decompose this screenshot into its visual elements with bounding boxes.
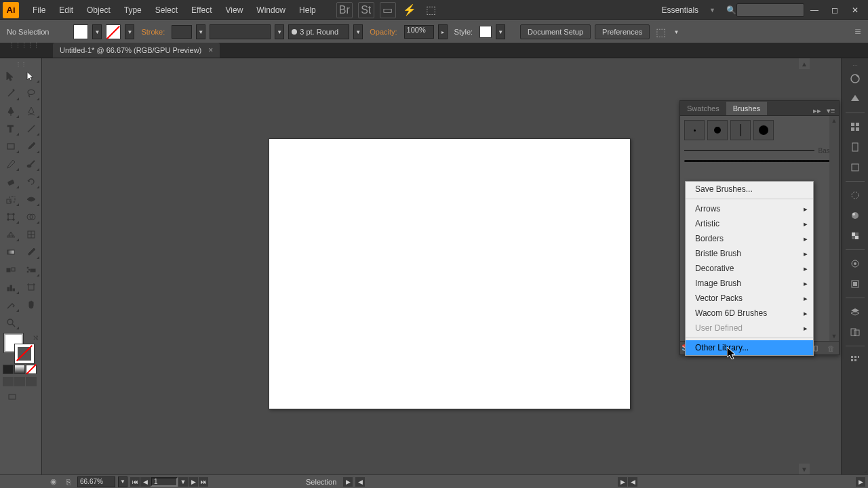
toolbar-stroke-swatch[interactable] bbox=[15, 344, 34, 363]
menu-save-brushes[interactable]: Save Brushes... bbox=[686, 182, 813, 197]
color-mode-gradient[interactable] bbox=[14, 365, 25, 374]
color-mode-none[interactable] bbox=[26, 365, 37, 374]
status-dropdown-icon[interactable]: ▶ bbox=[343, 477, 353, 487]
zoom-dropdown-icon[interactable]: ▼ bbox=[118, 476, 127, 487]
artboard[interactable] bbox=[269, 138, 631, 409]
layers-panel-icon[interactable] bbox=[847, 304, 863, 320]
bridge-icon[interactable]: Br bbox=[336, 2, 353, 18]
stroke-weight-dropdown-icon[interactable]: ▼ bbox=[196, 24, 205, 39]
appearance-panel-icon[interactable] bbox=[847, 256, 863, 272]
draw-behind[interactable] bbox=[14, 377, 25, 386]
menu-image-brush[interactable]: Image Brush bbox=[686, 276, 813, 291]
menu-other-library[interactable]: Other Library... bbox=[686, 340, 813, 355]
menu-effect[interactable]: Effect bbox=[184, 0, 218, 20]
menu-arrows[interactable]: Arrows bbox=[686, 201, 813, 216]
transparency-panel-icon[interactable] bbox=[847, 228, 863, 244]
preferences-button[interactable]: Preferences bbox=[595, 24, 650, 39]
brush-thumb-1[interactable] bbox=[684, 120, 705, 140]
opacity-dropdown-icon[interactable]: ▸ bbox=[438, 24, 448, 39]
gradient-panel-icon[interactable] bbox=[847, 207, 863, 224]
align-panel-icon[interactable] bbox=[847, 352, 863, 368]
lasso-tool[interactable] bbox=[22, 85, 41, 102]
brush-basic-row[interactable]: Basic bbox=[680, 144, 839, 157]
prev-artboard-icon[interactable]: ◀ bbox=[140, 477, 150, 487]
dock-grip[interactable]: ⋯ bbox=[852, 62, 858, 66]
menu-artistic[interactable]: Artistic bbox=[686, 216, 813, 231]
feedback-icon[interactable]: ⬚ bbox=[423, 2, 439, 18]
panel-scroll-down-icon[interactable]: ▼ bbox=[829, 331, 839, 341]
panel-collapse-icon[interactable]: ▸▸ bbox=[812, 106, 823, 115]
brushes-panel-icon[interactable] bbox=[847, 139, 863, 155]
next-artboard-icon[interactable]: ▶ bbox=[189, 477, 198, 487]
menu-edit[interactable]: Edit bbox=[52, 0, 80, 20]
variable-width-profile[interactable] bbox=[210, 24, 271, 39]
menu-view[interactable]: View bbox=[219, 0, 250, 20]
menu-select[interactable]: Select bbox=[149, 0, 184, 20]
rotate-tool[interactable] bbox=[22, 174, 41, 190]
doctab-grip[interactable]: ⋮⋮⋮⋮⋮ bbox=[7, 42, 41, 49]
status-icon-2[interactable]: ⎘ bbox=[62, 476, 75, 487]
column-graph-tool[interactable] bbox=[1, 279, 20, 296]
menu-decorative[interactable]: Decorative bbox=[686, 261, 813, 276]
style-dropdown-icon[interactable]: ▼ bbox=[496, 24, 505, 39]
artboard-dropdown-icon[interactable]: ▼ bbox=[178, 477, 188, 487]
hscroll-right-icon[interactable]: ▶ bbox=[618, 477, 627, 487]
perspective-grid-tool[interactable] bbox=[1, 226, 20, 243]
brush-dropdown-icon[interactable]: ▼ bbox=[353, 24, 363, 39]
shape-builder-tool[interactable] bbox=[22, 209, 41, 225]
brush-thumb-2[interactable] bbox=[707, 120, 728, 140]
zoom-input[interactable] bbox=[77, 476, 115, 487]
color-mode-solid[interactable] bbox=[3, 365, 14, 374]
rectangle-tool[interactable] bbox=[1, 138, 20, 155]
align-dropdown-icon[interactable]: ▼ bbox=[671, 24, 681, 39]
zoom-tool[interactable] bbox=[1, 314, 20, 331]
hscroll-left-icon[interactable]: ◀ bbox=[355, 477, 365, 487]
stock-icon[interactable]: St bbox=[358, 2, 374, 18]
panel-menu-icon[interactable]: ▾≡ bbox=[825, 106, 836, 115]
panel-scroll-up-icon[interactable]: ▲ bbox=[829, 116, 839, 125]
magic-wand-tool[interactable] bbox=[1, 85, 20, 102]
line-tool[interactable] bbox=[22, 121, 41, 137]
arrange-icon[interactable]: ▭ bbox=[380, 2, 396, 18]
fill-stroke-controls[interactable]: ⤭ bbox=[0, 332, 41, 363]
artboard-tool[interactable] bbox=[22, 279, 41, 296]
stroke-dropdown-icon[interactable]: ▼ bbox=[125, 24, 134, 39]
opacity-label[interactable]: Opacity: bbox=[367, 28, 399, 36]
panel-scrollbar[interactable]: ▲ ▼ bbox=[829, 116, 839, 341]
eraser-tool[interactable] bbox=[1, 174, 20, 190]
artboard-number-input[interactable] bbox=[151, 477, 178, 487]
menu-window[interactable]: Window bbox=[250, 0, 292, 20]
graphic-styles-panel-icon[interactable] bbox=[847, 276, 863, 292]
fill-swatch[interactable] bbox=[73, 24, 88, 39]
brush-thumb-3[interactable] bbox=[730, 120, 751, 140]
pen-tool[interactable] bbox=[1, 103, 20, 119]
artboards-panel-icon[interactable] bbox=[847, 324, 863, 340]
blob-brush-tool[interactable] bbox=[22, 156, 41, 172]
menu-object[interactable]: Object bbox=[80, 0, 117, 20]
last-artboard-icon[interactable]: ⏭ bbox=[199, 477, 208, 487]
stroke-panel-icon[interactable] bbox=[847, 187, 863, 203]
status-icon-1[interactable]: ◉ bbox=[47, 476, 60, 487]
draw-normal[interactable] bbox=[3, 377, 14, 386]
curvature-tool[interactable] bbox=[22, 103, 41, 119]
menu-bristle-brush[interactable]: Bristle Brush bbox=[686, 246, 813, 261]
free-transform-tool[interactable] bbox=[1, 209, 20, 225]
delete-brush-icon[interactable]: 🗑 bbox=[824, 343, 837, 354]
workspace-switcher[interactable]: Essentials bbox=[656, 5, 704, 15]
stroke-label[interactable]: Stroke: bbox=[138, 28, 167, 36]
paintbrush-tool[interactable] bbox=[22, 138, 41, 155]
minimize-button[interactable]: — bbox=[804, 3, 825, 18]
draw-inside[interactable] bbox=[26, 377, 37, 386]
screen-mode-tool[interactable] bbox=[3, 389, 22, 405]
toolbar-grip[interactable]: ⋮⋮ bbox=[0, 61, 41, 66]
slice-tool[interactable] bbox=[1, 297, 20, 313]
menu-type[interactable]: Type bbox=[117, 0, 149, 20]
swap-fill-stroke-icon[interactable]: ⤭ bbox=[33, 333, 39, 342]
gradient-tool[interactable] bbox=[1, 244, 20, 260]
brushes-tab[interactable]: Brushes bbox=[726, 102, 767, 115]
first-artboard-icon[interactable]: ⏮ bbox=[130, 477, 140, 487]
maximize-button[interactable]: ◻ bbox=[825, 3, 845, 18]
menu-file[interactable]: File bbox=[26, 0, 52, 20]
search-input[interactable] bbox=[736, 3, 804, 17]
workspace-dropdown-icon[interactable]: ▼ bbox=[709, 7, 715, 14]
